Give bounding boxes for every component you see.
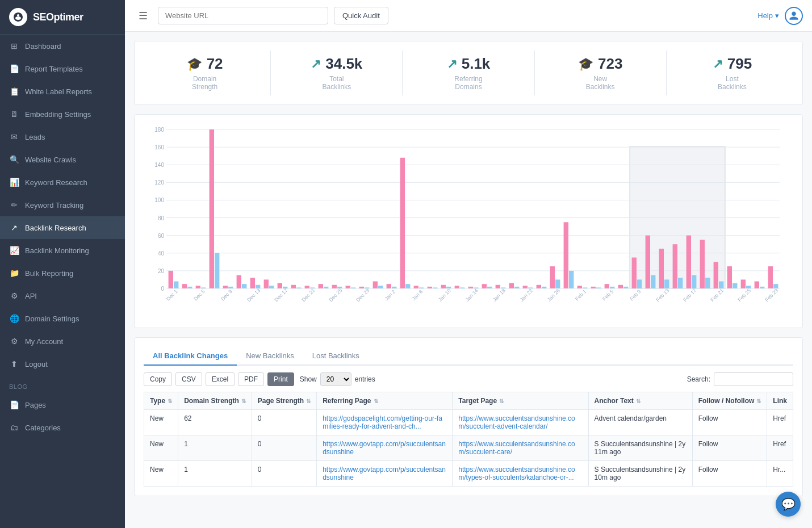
stat-domain-strength: 🎓 72 DomainStrength: [139, 51, 271, 95]
hamburger-button[interactable]: ☰: [134, 7, 152, 24]
svg-text:120: 120: [154, 179, 164, 186]
svg-text:Feb 13: Feb 13: [655, 287, 670, 303]
domain-settings-icon: 🌐: [9, 313, 19, 324]
chart-container: 020406080100120140160180Dec 1Dec 5Dec 9D…: [134, 114, 803, 328]
backlink-chart: 020406080100120140160180Dec 1Dec 5Dec 9D…: [144, 124, 785, 317]
user-avatar-button[interactable]: [785, 7, 803, 25]
sidebar-item-label: Keyword Tracking: [25, 201, 83, 209]
svg-rect-26: [237, 275, 241, 288]
sidebar-item-label: Embedding Settings: [25, 110, 91, 119]
url-input[interactable]: [158, 7, 328, 24]
sidebar-item-keyword-tracking[interactable]: ✏ Keyword Tracking: [0, 194, 125, 216]
sidebar-item-api[interactable]: ⚙ API: [0, 284, 125, 307]
quick-audit-button[interactable]: Quick Audit: [334, 7, 388, 24]
chat-bubble-button[interactable]: 💬: [776, 492, 801, 517]
sidebar-item-white-label-reports[interactable]: 📋 White Label Reports: [0, 80, 125, 103]
cell-link: Href: [767, 410, 793, 435]
sidebar-item-categories[interactable]: 🗂 Categories: [0, 416, 125, 439]
svg-rect-84: [419, 287, 424, 288]
print-button[interactable]: Print: [267, 372, 294, 386]
sidebar-item-domain-settings[interactable]: 🌐 Domain Settings: [0, 307, 125, 330]
sidebar-item-bulk-reporting[interactable]: 📁 Bulk Reporting: [0, 262, 125, 284]
svg-text:Dec 1: Dec 1: [165, 288, 179, 302]
svg-rect-89: [487, 287, 492, 288]
svg-rect-31: [305, 286, 309, 288]
tab-all-backlink-changes[interactable]: All Backlink Changes: [144, 347, 237, 366]
table-row: New 1 0 https://www.govtapp.com/p/succul…: [144, 435, 793, 461]
logo-icon: [9, 8, 27, 26]
help-button[interactable]: Help ▾: [757, 11, 779, 20]
sidebar-item-backlink-monitoring[interactable]: 📈 Backlink Monitoring: [0, 239, 125, 262]
svg-rect-54: [618, 285, 623, 288]
svg-rect-35: [359, 287, 364, 288]
embedding-icon: 🖥: [9, 109, 19, 119]
sidebar-item-label: Leads: [25, 133, 45, 141]
show-select[interactable]: 20 10 50 100: [320, 372, 351, 386]
sidebar-item-label: My Account: [25, 337, 63, 346]
sort-icon-rp: ⇅: [374, 398, 378, 404]
svg-text:160: 160: [154, 144, 164, 150]
sidebar-item-label: Bulk Reporting: [25, 269, 73, 278]
target-page-link[interactable]: https://www.succulentsandsunshine.com/su…: [458, 440, 575, 456]
cell-anchor-text: Advent calendar/garden: [588, 410, 692, 435]
sidebar-item-pages[interactable]: 📄 Pages: [0, 393, 125, 416]
copy-button[interactable]: Copy: [144, 372, 172, 386]
tab-new-backlinks[interactable]: New Backlinks: [237, 347, 303, 366]
pages-icon: 📄: [9, 400, 19, 410]
sidebar-item-my-account[interactable]: ⚙ My Account: [0, 330, 125, 353]
my-account-icon: ⚙: [9, 336, 19, 346]
new-backlinks-label: NewBacklinks: [544, 75, 657, 91]
tab-lost-backlinks[interactable]: Lost Backlinks: [303, 347, 369, 366]
svg-rect-55: [632, 258, 637, 288]
stat-total-backlinks: ↗ 34.5k TotalBacklinks: [271, 51, 403, 95]
table-section: All Backlink Changes New Backlinks Lost …: [134, 337, 803, 496]
target-page-link[interactable]: https://www.succulentsandsunshine.com/su…: [458, 414, 575, 430]
sidebar-item-label: Categories: [25, 424, 61, 432]
svg-rect-58: [673, 244, 677, 288]
sidebar-item-report-templates[interactable]: 📄 Report Templates: [0, 57, 125, 80]
sidebar-item-keyword-research[interactable]: 📊 Keyword Research: [0, 171, 125, 194]
sort-icon-at: ⇅: [636, 398, 641, 404]
sidebar-item-backlink-research[interactable]: ↗ Backlink Research: [0, 216, 125, 239]
svg-rect-21: [169, 271, 173, 288]
svg-text:40: 40: [158, 250, 165, 257]
svg-rect-53: [605, 284, 609, 288]
sidebar-item-label: Backlink Monitoring: [25, 246, 89, 255]
excel-button[interactable]: Excel: [206, 372, 235, 386]
sidebar-item-website-crawls[interactable]: 🔍 Website Crawls: [0, 148, 125, 171]
main-area: ☰ Quick Audit Help ▾ 🎓 72 DomainStrength: [125, 0, 812, 528]
sidebar-item-dashboard[interactable]: ⊞ Dashboard: [0, 35, 125, 57]
svg-rect-37: [387, 284, 391, 288]
total-backlinks-value: 34.5k: [325, 55, 362, 73]
svg-rect-64: [755, 282, 759, 288]
sidebar-item-embedding-settings[interactable]: 🖥 Embedding Settings: [0, 103, 125, 125]
sidebar-nav: ⊞ Dashboard 📄 Report Templates 📋 White L…: [0, 35, 125, 439]
svg-rect-34: [346, 286, 350, 288]
cell-domain-strength: 1: [178, 461, 252, 487]
referring-page-link[interactable]: https://www.govtapp.com/p/succulentsands…: [323, 440, 446, 456]
referring-page-link[interactable]: https://www.govtapp.com/p/succulentsands…: [323, 466, 446, 481]
svg-rect-51: [577, 286, 582, 288]
search-input[interactable]: [714, 372, 793, 386]
cell-referring-page: https://www.govtapp.com/p/succulentsands…: [317, 461, 453, 487]
csv-button[interactable]: CSV: [175, 372, 202, 386]
sidebar-item-logout[interactable]: ⬆ Logout: [0, 353, 125, 375]
svg-rect-107: [733, 283, 737, 288]
cell-referring-page: https://godspacelight.com/getting-our-fa…: [317, 410, 453, 435]
svg-rect-95: [569, 271, 574, 288]
sidebar-item-leads[interactable]: ✉ Leads: [0, 125, 125, 148]
cell-follow: Follow: [692, 410, 767, 435]
sort-icon-ps: ⇅: [306, 398, 311, 404]
svg-rect-57: [659, 249, 664, 288]
pdf-button[interactable]: PDF: [238, 372, 264, 386]
svg-rect-106: [719, 282, 723, 288]
svg-rect-109: [760, 287, 764, 288]
data-table: Type⇅ Domain Strength⇅ Page Strength⇅ Re…: [144, 392, 793, 487]
svg-rect-32: [319, 284, 323, 288]
svg-rect-42: [455, 286, 459, 288]
sort-icon-fn: ⇅: [756, 398, 761, 404]
svg-text:Jan 18: Jan 18: [492, 288, 507, 303]
svg-rect-25: [223, 286, 228, 288]
target-page-link[interactable]: https://www.succulentsandsunshine.com/ty…: [458, 466, 575, 481]
referring-page-link[interactable]: https://godspacelight.com/getting-our-fa…: [323, 414, 442, 430]
